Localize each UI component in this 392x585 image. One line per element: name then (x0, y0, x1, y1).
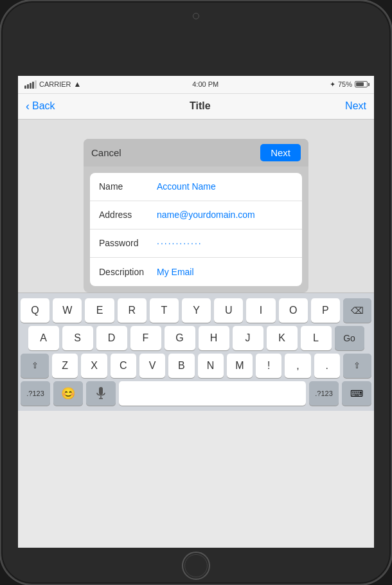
signal-icon (24, 80, 37, 89)
carrier-label: CARRIER (39, 80, 71, 88)
key-r[interactable]: R (118, 298, 147, 323)
form-value-address[interactable]: name@yourdomain.com (157, 210, 293, 220)
back-chevron-icon: ‹ (26, 100, 30, 113)
form-value-name[interactable]: Account Name (157, 181, 293, 192)
form-label-description: Description (99, 267, 157, 277)
device-bottom (1, 548, 391, 584)
key-a[interactable]: A (28, 326, 59, 350)
key-c[interactable]: C (111, 354, 136, 378)
shift-key[interactable]: ⇧ (21, 354, 49, 378)
main-content: Cancel Next Name Account Name Address na… (18, 120, 374, 292)
key-o[interactable]: O (279, 298, 308, 323)
key-s[interactable]: S (62, 326, 93, 350)
form-label-name: Name (99, 181, 157, 192)
back-label: Back (32, 100, 55, 112)
keyboard-row-1: Q W E R T Y U I O P ⌫ (21, 298, 371, 323)
emoji-key[interactable]: 😊 (53, 381, 83, 406)
key-q[interactable]: Q (21, 298, 49, 323)
form-row-address: Address name@yourdomain.com (90, 201, 302, 230)
key-i[interactable]: I (246, 298, 275, 323)
home-button[interactable] (182, 552, 210, 580)
form-value-password[interactable]: ············ (157, 238, 293, 248)
keyboard-dismiss-key[interactable]: ⌨ (342, 381, 371, 406)
home-button-inner (184, 554, 208, 577)
keyboard-row-3: ⇧ Z X C V B N M ! , . ⇧ (21, 354, 371, 378)
screen: CARRIER ▲ 4:00 PM ✦ 75% ‹ Back Title Nex… (18, 76, 374, 548)
key-m[interactable]: M (227, 354, 253, 378)
go-key[interactable]: Go (335, 326, 364, 350)
dialog-toolbar: Cancel Next (84, 139, 308, 166)
key-k[interactable]: K (267, 326, 298, 350)
key-w[interactable]: W (53, 298, 82, 323)
svg-rect-0 (99, 387, 103, 395)
status-bar: CARRIER ▲ 4:00 PM ✦ 75% (18, 76, 374, 94)
key-f[interactable]: F (130, 326, 161, 350)
form-row-password: Password ············ (90, 230, 302, 258)
front-camera (193, 13, 199, 19)
form-label-password: Password (99, 238, 157, 248)
key-y[interactable]: Y (182, 298, 211, 323)
keyboard: Q W E R T Y U I O P ⌫ A S D F G H J (18, 292, 374, 411)
numpad-key-left[interactable]: .?123 (21, 381, 50, 406)
key-h[interactable]: H (199, 326, 229, 350)
key-period[interactable]: . (314, 354, 340, 378)
dialog: Cancel Next Name Account Name Address na… (84, 139, 308, 292)
key-n[interactable]: N (198, 354, 224, 378)
keyboard-bottom-row: .?123 😊 .?123 ⌨ (21, 381, 371, 406)
key-t[interactable]: T (150, 298, 179, 323)
dialog-next-button[interactable]: Next (260, 144, 301, 161)
key-v[interactable]: V (139, 354, 165, 378)
key-b[interactable]: B (168, 354, 194, 378)
key-u[interactable]: U (214, 298, 243, 323)
key-g[interactable]: G (165, 326, 195, 350)
back-button[interactable]: ‹ Back (26, 100, 55, 113)
bluetooth-icon: ✦ (330, 80, 335, 89)
battery-percent-label: 75% (338, 80, 352, 88)
backspace-key[interactable]: ⌫ (343, 298, 371, 323)
key-d[interactable]: D (96, 326, 127, 350)
key-e[interactable]: E (85, 298, 114, 323)
keyboard-row-2: A S D F G H J K L Go (21, 326, 371, 350)
mic-key[interactable] (86, 381, 116, 406)
numpad-key-right[interactable]: .?123 (309, 381, 339, 406)
key-comma[interactable]: , (285, 354, 310, 378)
wifi-icon: ▲ (74, 80, 82, 89)
key-z[interactable]: Z (52, 354, 78, 378)
key-p[interactable]: P (311, 298, 340, 323)
battery-icon (355, 81, 368, 87)
key-l[interactable]: L (301, 326, 332, 350)
key-j[interactable]: J (233, 326, 263, 350)
form-row-name: Name Account Name (90, 173, 302, 201)
status-right: ✦ 75% (330, 80, 368, 89)
cancel-button[interactable]: Cancel (91, 147, 121, 158)
nav-next-button[interactable]: Next (345, 100, 366, 112)
form-fields: Name Account Name Address name@yourdomai… (90, 173, 302, 286)
device-top (1, 1, 391, 37)
space-key[interactable] (119, 381, 306, 406)
shift-right-key[interactable]: ⇧ (343, 354, 371, 378)
key-x[interactable]: X (81, 354, 107, 378)
form-label-address: Address (99, 210, 157, 220)
form-row-description: Description My Email (90, 258, 302, 286)
key-exclamation[interactable]: ! (256, 354, 281, 378)
ipad-device: CARRIER ▲ 4:00 PM ✦ 75% ‹ Back Title Nex… (0, 0, 392, 585)
nav-bar: ‹ Back Title Next (18, 94, 374, 120)
nav-title: Title (190, 100, 211, 112)
time-label: 4:00 PM (192, 80, 218, 88)
battery-fill (356, 82, 364, 86)
status-left: CARRIER ▲ (24, 80, 81, 89)
form-value-description[interactable]: My Email (157, 267, 293, 277)
